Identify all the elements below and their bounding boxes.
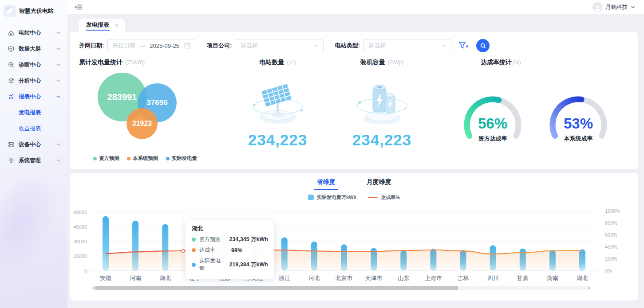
svg-text:河南: 河南 — [130, 275, 141, 281]
tooltip-row: 实际发电量219,384 万kWh — [192, 257, 268, 272]
svg-text:湖南: 湖南 — [547, 275, 558, 281]
achievement-stat: 达成率统计(%) 56%资方达成率 53%本系统成率 — [434, 58, 629, 150]
capacity-title: 装机容量(GWp) — [330, 58, 434, 66]
collapse-sidebar-icon[interactable] — [75, 4, 83, 11]
legend-actual-generation[interactable]: 实际发电量 — [166, 155, 198, 162]
filter-funnel-icon[interactable] — [458, 41, 469, 50]
chart-legend: 实际发电量万kWh 达成率% — [70, 194, 638, 201]
tab-month-dimension[interactable]: 月度维度 — [364, 177, 394, 190]
chevron-down-icon — [56, 159, 60, 162]
svg-text:30000: 30000 — [73, 239, 87, 244]
tab-strip: 发电报表 ✕ — [67, 14, 644, 32]
summary-card: 并网日期: 开始日期 2025-09-25 项目公司: 请选择 电站类型: 请选… — [70, 32, 638, 169]
generation-bubble-chart: 283991 37696 31923 资方预测 本系统预测 实际发电量 — [79, 66, 225, 150]
top-header: 丹鹤科技 — [67, 0, 644, 14]
svg-text:上海市: 上海市 — [425, 275, 442, 281]
scroll-left-arrow[interactable] — [91, 286, 94, 290]
generation-unit: (万kWh) — [125, 59, 145, 66]
company-filter-label: 项目公司: — [207, 42, 232, 50]
main-area: 丹鹤科技 发电报表 ✕ 并网日期: 开始日期 2025-09-25 项目公司: — [67, 0, 644, 308]
svg-text:河北: 河北 — [308, 275, 320, 281]
svg-text:600%: 600% — [605, 232, 617, 238]
analysis-icon — [8, 78, 15, 84]
svg-text:15000: 15000 — [73, 253, 87, 259]
tooltip-row: 达成率98% — [192, 246, 268, 254]
diagnose-search-icon — [8, 62, 15, 68]
gear-icon — [8, 157, 15, 164]
generation-title: 累计发电量统计(万kWh) — [79, 58, 225, 66]
sidebar-item-system-settings[interactable]: 系统管理 — [0, 152, 67, 168]
chevron-down-icon — [56, 31, 60, 34]
bubble-system-forecast: 31923 — [126, 108, 158, 139]
bar-line-chart[interactable]: 0150003000045000600000%200%400%600%800%1… — [70, 207, 638, 286]
sidebar-item-diagnose-center[interactable]: 诊断中心 — [0, 57, 67, 73]
sidebar-subitem-revenue-report[interactable]: 收益报表 — [0, 121, 67, 136]
sidebar-item-label: 诊断中心 — [19, 61, 56, 69]
svg-text:45000: 45000 — [73, 224, 87, 230]
sidebar-item-label: 电站中心 — [19, 29, 56, 37]
sidebar-item-report-center[interactable]: 报表中心 — [0, 89, 67, 105]
legend-system-forecast[interactable]: 本系统预测 — [127, 155, 158, 162]
sidebar-item-analysis-center[interactable]: 分析中心 — [0, 73, 67, 89]
chart-tooltip: 湖北 资方预测234,345 万kWh 达成率98% 实际发电量219,384 … — [186, 220, 274, 279]
sidebar-item-label: 数据大屏 — [19, 45, 56, 53]
svg-text:0%: 0% — [605, 268, 612, 273]
solar-station-icon — [225, 78, 330, 130]
app-root: 智慧光伏电站 电站中心 数据大屏 诊断中心 分析中心 — [0, 0, 644, 308]
sidebar-item-device-center[interactable]: 设备中心 — [0, 136, 67, 152]
svg-text:湖北: 湖北 — [577, 275, 588, 281]
generation-stat: 累计发电量统计(万kWh) 283991 37696 31923 资方预测 本系… — [79, 58, 225, 150]
user-menu[interactable]: 丹鹤科技 — [593, 2, 635, 12]
avatar — [593, 2, 602, 12]
chart-card: 省维度 月度维度 实际发电量万kWh 达成率% 0150003000045000… — [70, 173, 638, 300]
capacity-stat: 装机容量(GWp) — [330, 58, 434, 150]
home-icon — [8, 30, 15, 36]
company-placeholder: 请选择 — [241, 42, 258, 50]
app-title: 智慧光伏电站 — [19, 7, 54, 15]
tab-generation-report[interactable]: 发电报表 ✕ — [79, 19, 125, 32]
user-name: 丹鹤科技 — [605, 4, 628, 11]
legend-actual-generation-bar[interactable]: 实际发电量万kWh — [308, 194, 356, 201]
station-type-select[interactable]: 请选择 — [363, 39, 451, 52]
station-count-value: 234,223 — [225, 131, 330, 149]
svg-text:60000: 60000 — [73, 210, 87, 215]
capacity-value: 234,223 — [330, 131, 434, 149]
scrollbar-thumb[interactable] — [95, 286, 458, 290]
svg-text:四川: 四川 — [487, 275, 499, 281]
logo-icon — [4, 5, 16, 17]
battery-capacity-icon — [330, 78, 434, 130]
chart-scrollbar[interactable] — [91, 286, 592, 290]
legend-investor-forecast[interactable]: 资方预测 — [93, 155, 119, 162]
tooltip-title: 湖北 — [192, 225, 268, 233]
chevron-down-icon — [631, 6, 635, 9]
tab-province-dimension[interactable]: 省维度 — [314, 177, 338, 190]
scrollbar-track[interactable] — [95, 286, 588, 290]
legend-achievement-line[interactable]: 达成率% — [368, 194, 400, 201]
chevron-down-icon — [56, 47, 60, 50]
sidebar-item-data-screen[interactable]: 数据大屏 — [0, 41, 67, 57]
sidebar-item-label: 分析中心 — [19, 77, 56, 85]
chevron-down-icon — [56, 143, 60, 146]
investor-achievement-gauge: 56%资方达成率 — [455, 90, 530, 145]
date-range-input[interactable]: 开始日期 2025-09-25 — [107, 39, 195, 52]
svg-text:200%: 200% — [605, 256, 617, 261]
chart-dimension-tabs: 省维度 月度维度 — [70, 173, 638, 190]
chevron-down-icon — [56, 63, 60, 66]
device-icon — [8, 141, 15, 148]
chevron-down-icon — [442, 44, 446, 47]
company-select[interactable]: 请选择 — [236, 39, 324, 52]
sidebar-subitem-generation-report[interactable]: 发电报表 — [0, 105, 67, 121]
system-achievement-gauge: 53%本系统成率 — [541, 90, 616, 145]
chevron-down-icon — [314, 44, 319, 47]
scroll-right-arrow[interactable] — [589, 286, 592, 290]
sidebar-item-label: 设备中心 — [19, 141, 56, 148]
bubble-legend: 资方预测 本系统预测 实际发电量 — [93, 155, 197, 162]
close-icon[interactable]: ✕ — [115, 23, 118, 28]
date-end-value: 2025-09-25 — [150, 43, 179, 49]
sidebar-item-station-center[interactable]: 电站中心 — [0, 25, 67, 41]
range-arrow-icon — [139, 44, 146, 47]
chart-canvas[interactable]: 0150003000045000600000%200%400%600%800%1… — [71, 207, 635, 286]
gauge-group: 56%资方达成率 53%本系统成率 — [434, 90, 629, 145]
tab-label: 发电报表 — [86, 20, 110, 31]
search-button[interactable] — [476, 39, 490, 52]
